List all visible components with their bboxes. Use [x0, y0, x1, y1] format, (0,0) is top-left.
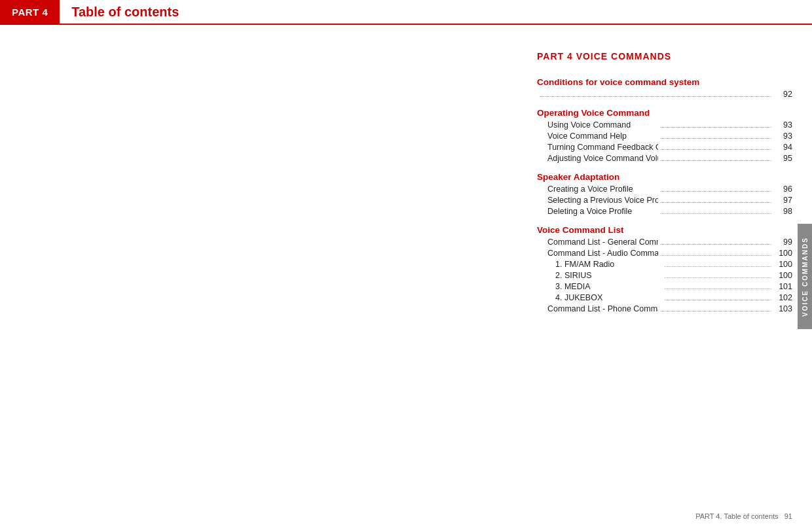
toc-dots [665, 266, 771, 267]
toc-page: 102 [774, 293, 792, 302]
toc-dots [661, 127, 771, 128]
toc-dots [661, 138, 771, 139]
toc-dots [665, 300, 771, 300]
toc-dots [661, 244, 771, 245]
footer-text: PART 4. Table of contents [695, 512, 778, 520]
toc-page: 100 [774, 260, 792, 269]
toc-label: Turning Command Feedback On and Off [547, 143, 658, 152]
toc-page: 103 [774, 304, 792, 313]
toc-page: 100 [774, 271, 792, 280]
left-panel [0, 25, 511, 528]
toc-row-media: 3. MEDIA 101 [537, 282, 792, 291]
toc-label: Command List - Phone Commands [547, 304, 658, 313]
toc-page: 95 [774, 154, 792, 163]
toc-dots [540, 96, 771, 97]
toc-row-conditions: 92 [537, 90, 792, 99]
toc-row-adjusting-volume: Adjusting Voice Command Volume 95 [537, 154, 792, 163]
toc-page: 94 [774, 143, 792, 152]
toc-row-creating-voice-profile: Creating a Voice Profile 96 [537, 185, 792, 194]
toc-page: 98 [774, 207, 792, 216]
toc-label: Using Voice Command [547, 120, 658, 130]
toc-row-turning-command-feedback: Turning Command Feedback On and Off 94 [537, 143, 792, 152]
section-heading-speaker: Speaker Adaptation [537, 172, 792, 182]
header-right [191, 0, 812, 24]
toc-row-phone-commands: Command List - Phone Commands 103 [537, 304, 792, 313]
toc-label: Selecting a Previous Voice Profile [547, 196, 658, 205]
toc-row-sirius: 2. SIRIUS 100 [537, 271, 792, 280]
toc-label: Command List - General Commands [547, 238, 658, 247]
toc-row-jukebox: 4. JUKEBOX 102 [537, 293, 792, 302]
part-label: PART 4 [0, 0, 60, 24]
toc-row-deleting-voice-profile: Deleting a Voice Profile 98 [537, 207, 792, 216]
toc-page: 99 [774, 238, 792, 247]
page-title: Table of contents [60, 0, 191, 24]
toc-label: 4. JUKEBOX [555, 293, 662, 302]
toc-dots [661, 202, 771, 203]
toc-dots [661, 149, 771, 150]
section-heading-operating: Operating Voice Command [537, 108, 792, 118]
toc-dots [661, 191, 771, 192]
toc-page: 97 [774, 196, 792, 205]
footer: PART 4. Table of contents 91 [695, 512, 792, 520]
footer-page: 91 [784, 512, 792, 520]
toc-dots [661, 255, 771, 256]
toc-row-using-voice: Using Voice Command 93 [537, 120, 792, 130]
toc-row-fmam-radio: 1. FM/AM Radio 100 [537, 260, 792, 269]
toc-row-general-commands: Command List - General Commands 99 [537, 238, 792, 247]
toc-label: Adjusting Voice Command Volume [547, 154, 658, 163]
toc-dots [665, 277, 771, 278]
toc-page: 93 [774, 120, 792, 130]
toc-page-conditions: 92 [774, 90, 792, 99]
toc-dots [661, 311, 771, 311]
toc-dots [665, 289, 771, 289]
main-content: PART 4 VOICE COMMANDS Conditions for voi… [0, 25, 812, 528]
part-heading: PART 4 VOICE COMMANDS [537, 51, 792, 62]
toc-page: 101 [774, 282, 792, 291]
toc-row-selecting-previous-voice-profile: Selecting a Previous Voice Profile 97 [537, 196, 792, 205]
section-heading-conditions: Conditions for voice command system [537, 77, 792, 87]
toc-page: 93 [774, 132, 792, 141]
toc-label: 1. FM/AM Radio [555, 260, 662, 269]
toc-panel: PART 4 VOICE COMMANDS Conditions for voi… [511, 25, 812, 528]
toc-label: Voice Command Help [547, 132, 658, 141]
toc-label: Creating a Voice Profile [547, 185, 658, 194]
toc-page: 100 [774, 249, 792, 258]
toc-dots [661, 213, 771, 214]
toc-label: Command List - Audio Commands [547, 249, 658, 258]
sidebar-tab-label: VOICE COMMANDS [802, 237, 809, 317]
toc-label: 2. SIRIUS [555, 271, 662, 280]
toc-label: Deleting a Voice Profile [547, 207, 658, 216]
toc-page: 96 [774, 185, 792, 194]
toc-label: 3. MEDIA [555, 282, 662, 291]
toc-row-audio-commands: Command List - Audio Commands 100 [537, 249, 792, 258]
sidebar-tab[interactable]: VOICE COMMANDS [798, 224, 812, 330]
section-heading-voice-command-list: Voice Command List [537, 225, 792, 235]
toc-dots [661, 160, 771, 161]
toc-row-voice-command-help: Voice Command Help 93 [537, 132, 792, 141]
page-header: PART 4 Table of contents [0, 0, 812, 25]
